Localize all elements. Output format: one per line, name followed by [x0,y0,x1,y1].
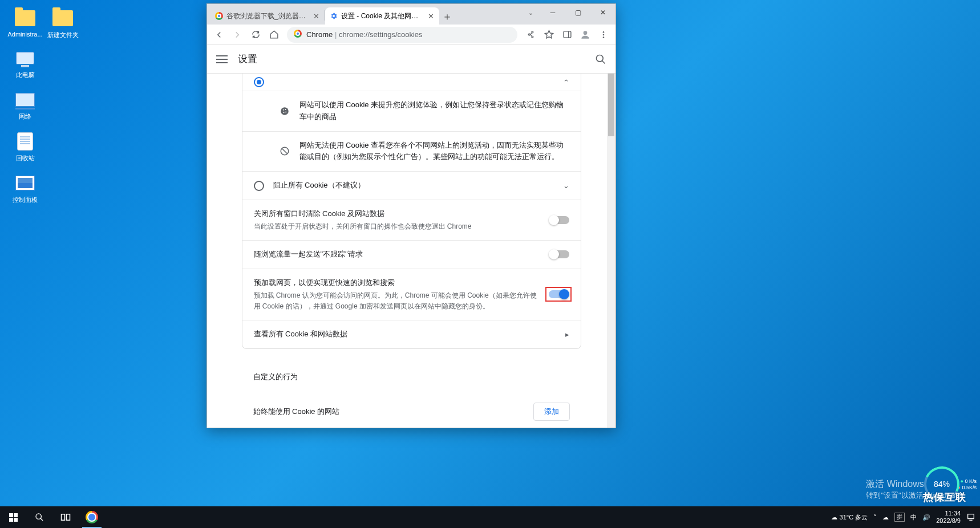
svg-point-9 [285,111,286,112]
cookie-info-2: 网站无法使用 Cookie 查看您在各个不同网站上的浏览活动，因而无法实现某些功… [242,131,581,172]
svg-point-10 [283,112,284,113]
radio-icon[interactable] [254,181,264,191]
label: 新建文件夹 [47,31,79,39]
close-icon[interactable]: ✕ [427,12,435,20]
chrome-icon [294,30,302,39]
taskbar-chrome[interactable] [79,506,105,528]
cookie-icon [279,105,290,117]
search-icon[interactable] [595,54,606,65]
volume-icon[interactable]: 🔊 [922,514,930,521]
tab-dropdown-icon[interactable]: ⌄ [521,4,540,21]
row-title: 查看所有 Cookie 和网站数据 [254,328,556,340]
label: 始终能使用 Cookie 的网站 [253,407,533,417]
tray-chevron-icon[interactable]: ˄ [873,514,877,521]
toggle-preload[interactable] [549,290,568,298]
brand-watermark: 热保互联 [923,490,966,504]
maximize-button[interactable]: ▢ [565,4,590,21]
tab-settings[interactable]: 设置 - Cookie 及其他网站数据 ✕ [325,7,439,25]
see-all-cookies-row[interactable]: 查看所有 Cookie 和网站数据 ▸ [242,320,581,348]
back-button[interactable] [210,26,228,43]
settings-title: 设置 [238,52,257,66]
bookmark-icon[interactable] [540,26,557,43]
label: 网络 [19,112,31,121]
tab-title: 设置 - Cookie 及其他网站数据 [341,11,423,21]
desktop-icon-admin[interactable]: Administra... [8,8,42,38]
chevron-down-icon[interactable]: ⌄ [563,181,569,190]
download-speed: 0.5K/s [962,485,977,490]
upload-speed: 0 K/s [965,478,977,484]
menu-icon[interactable] [595,26,612,43]
settings-panel: ⌃ 网站可以使用 Cookie 来提升您的浏览体验，例如让您保持登录状态或记住您… [242,74,581,349]
share-icon[interactable] [522,26,539,43]
titlebar: 谷歌浏览器下载_浏览器官网入口 ✕ 设置 - Cookie 及其他网站数据 ✕ … [207,4,615,25]
add-button[interactable]: 添加 [533,403,570,421]
weather-text: 31°C 多云 [840,513,868,522]
tab-download[interactable]: 谷歌浏览器下载_浏览器官网入口 ✕ [210,7,325,25]
svg-point-4 [603,36,605,38]
url-host: Chrome [306,30,333,39]
cookie-radio-row-selected[interactable]: ⌃ [242,74,581,91]
chevron-right-icon: ▸ [565,330,569,339]
clock[interactable]: 11:34 2022/8/9 [936,510,961,525]
radio-icon[interactable] [254,77,264,87]
system-tray: ☁ 31°C 多云 ˄ ☁ 拼 中 🔊 11:34 2022/8/9 [831,506,980,528]
scrollbar-thumb[interactable] [608,74,614,136]
scrollbar[interactable] [607,74,615,428]
row-title: 随浏览流量一起发送"不跟踪"请求 [254,249,541,261]
desktop-icons-col1: Administra... 此电脑 网络 回收站 控制面板 [8,8,42,204]
profile-icon[interactable] [577,26,594,43]
toolbar-right [522,26,612,43]
svg-rect-13 [62,514,65,521]
row-title: 关闭所有窗口时清除 Cookie 及网站数据 [254,208,541,220]
gauge-percent: 84% [934,480,950,489]
preload-row[interactable]: 预加载网页，以便实现更快速的浏览和搜索 预加载 Chrome 认为您可能会访问的… [242,269,581,320]
desktop-icon-controlpanel[interactable]: 控制面板 [8,173,42,204]
chrome-window: 谷歌浏览器下载_浏览器官网入口 ✕ 设置 - Cookie 及其他网站数据 ✕ … [206,3,616,428]
block-icon [279,145,290,157]
sidepanel-icon[interactable] [558,26,576,43]
taskview-button[interactable] [52,506,79,528]
minimize-button[interactable]: ─ [540,4,565,21]
desktop-icon-network[interactable]: 网络 [8,90,42,121]
highlight-box [545,287,572,302]
home-button[interactable] [265,26,282,43]
desktop-icon-recycle[interactable]: 回收站 [8,131,42,163]
forward-button[interactable] [229,26,246,43]
reload-button[interactable] [247,26,264,43]
info-text: 网站可以使用 Cookie 来提升您的浏览体验，例如让您保持登录状态或记住您购物… [299,99,569,123]
section-custom: 自定义的行为 [242,360,581,388]
toggle-dnt[interactable] [550,250,569,258]
net-stats: ● 0 K/s ● 0.5K/s [958,478,977,492]
notifications-icon[interactable] [966,513,975,522]
svg-point-6 [281,107,289,115]
close-button[interactable]: ✕ [590,4,615,21]
toggle-clear-on-close[interactable] [550,216,569,224]
desktop-icons-col2: 新建文件夹 [46,8,80,39]
label: 此电脑 [16,71,35,79]
desktop-icon-newfolder[interactable]: 新建文件夹 [46,8,80,39]
ime-pin[interactable]: 拼 [894,513,905,522]
menu-toggle-icon[interactable] [216,55,228,63]
row-subtitle: 预加载 Chrome 认为您可能会访问的网页。为此，Chrome 可能会使用 C… [254,290,538,312]
ime-zh[interactable]: 中 [910,513,917,522]
row-subtitle: 当此设置处于开启状态时，关闭所有窗口的操作也会致使您退出 Chrome [254,221,541,232]
clear-on-close-row[interactable]: 关闭所有窗口时清除 Cookie 及网站数据 当此设置处于开启状态时，关闭所有窗… [242,200,581,240]
window-controls: ⌄ ─ ▢ ✕ [521,4,615,21]
dnt-row[interactable]: 随浏览流量一起发送"不跟踪"请求 [242,240,581,269]
address-bar[interactable]: Chrome | chrome://settings/cookies [287,27,517,43]
search-button[interactable] [26,506,52,528]
onedrive-icon[interactable]: ☁ [882,514,889,521]
weather-widget[interactable]: ☁ 31°C 多云 [831,513,868,522]
svg-point-5 [597,55,604,62]
settings-header: 设置 [207,45,615,74]
start-button[interactable] [0,506,26,528]
chevron-up-icon[interactable]: ⌃ [563,78,569,87]
close-icon[interactable]: ✕ [312,12,320,20]
desktop-icon-computer[interactable]: 此电脑 [8,48,42,79]
new-tab-button[interactable]: ＋ [439,9,455,25]
svg-point-8 [285,109,286,110]
url-path: chrome://settings/cookies [339,30,423,39]
cookie-radio-block-all[interactable]: 阻止所有 Cookie（不建议） ⌄ [242,171,581,200]
label: 回收站 [16,154,35,163]
row-title: 预加载网页，以便实现更快速的浏览和搜索 [254,277,538,289]
